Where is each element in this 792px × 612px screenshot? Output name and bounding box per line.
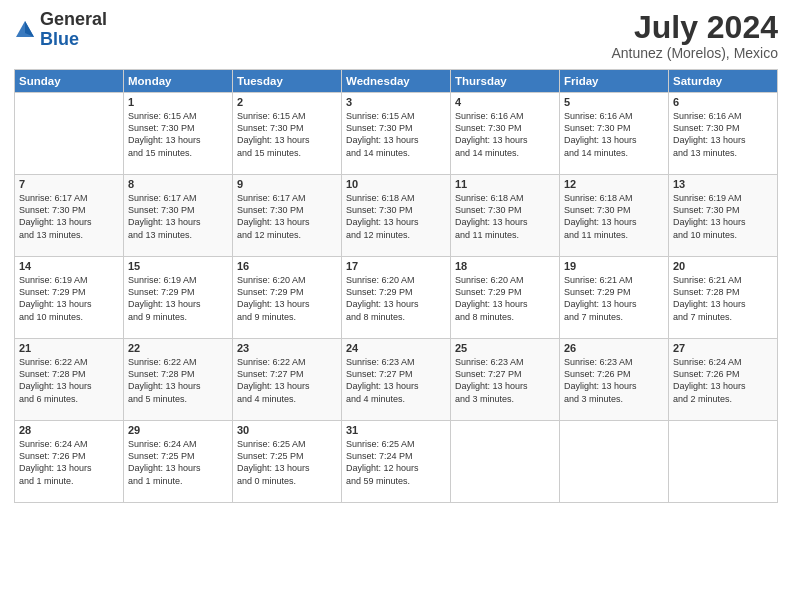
- day-number: 15: [128, 260, 228, 272]
- day-number: 19: [564, 260, 664, 272]
- day-cell: 21Sunrise: 6:22 AM Sunset: 7:28 PM Dayli…: [15, 339, 124, 421]
- calendar-title: July 2024: [611, 10, 778, 45]
- day-info: Sunrise: 6:20 AM Sunset: 7:29 PM Dayligh…: [237, 274, 337, 323]
- day-number: 29: [128, 424, 228, 436]
- day-info: Sunrise: 6:23 AM Sunset: 7:26 PM Dayligh…: [564, 356, 664, 405]
- logo-blue: Blue: [40, 29, 79, 49]
- day-info: Sunrise: 6:19 AM Sunset: 7:30 PM Dayligh…: [673, 192, 773, 241]
- day-number: 7: [19, 178, 119, 190]
- day-info: Sunrise: 6:19 AM Sunset: 7:29 PM Dayligh…: [19, 274, 119, 323]
- day-cell: 10Sunrise: 6:18 AM Sunset: 7:30 PM Dayli…: [342, 175, 451, 257]
- day-cell: 7Sunrise: 6:17 AM Sunset: 7:30 PM Daylig…: [15, 175, 124, 257]
- day-number: 23: [237, 342, 337, 354]
- day-info: Sunrise: 6:22 AM Sunset: 7:28 PM Dayligh…: [128, 356, 228, 405]
- day-number: 22: [128, 342, 228, 354]
- day-number: 4: [455, 96, 555, 108]
- day-cell: [560, 421, 669, 503]
- day-cell: 3Sunrise: 6:15 AM Sunset: 7:30 PM Daylig…: [342, 93, 451, 175]
- col-header-thursday: Thursday: [451, 70, 560, 93]
- day-number: 25: [455, 342, 555, 354]
- day-cell: 27Sunrise: 6:24 AM Sunset: 7:26 PM Dayli…: [669, 339, 778, 421]
- day-cell: 5Sunrise: 6:16 AM Sunset: 7:30 PM Daylig…: [560, 93, 669, 175]
- day-info: Sunrise: 6:15 AM Sunset: 7:30 PM Dayligh…: [346, 110, 446, 159]
- day-info: Sunrise: 6:24 AM Sunset: 7:25 PM Dayligh…: [128, 438, 228, 487]
- day-number: 21: [19, 342, 119, 354]
- logo-general: General: [40, 9, 107, 29]
- day-info: Sunrise: 6:20 AM Sunset: 7:29 PM Dayligh…: [346, 274, 446, 323]
- day-number: 1: [128, 96, 228, 108]
- day-number: 16: [237, 260, 337, 272]
- week-row-3: 14Sunrise: 6:19 AM Sunset: 7:29 PM Dayli…: [15, 257, 778, 339]
- day-cell: 31Sunrise: 6:25 AM Sunset: 7:24 PM Dayli…: [342, 421, 451, 503]
- day-cell: 14Sunrise: 6:19 AM Sunset: 7:29 PM Dayli…: [15, 257, 124, 339]
- day-number: 6: [673, 96, 773, 108]
- day-cell: [15, 93, 124, 175]
- day-cell: 6Sunrise: 6:16 AM Sunset: 7:30 PM Daylig…: [669, 93, 778, 175]
- day-info: Sunrise: 6:25 AM Sunset: 7:25 PM Dayligh…: [237, 438, 337, 487]
- header-row: SundayMondayTuesdayWednesdayThursdayFrid…: [15, 70, 778, 93]
- week-row-5: 28Sunrise: 6:24 AM Sunset: 7:26 PM Dayli…: [15, 421, 778, 503]
- day-info: Sunrise: 6:18 AM Sunset: 7:30 PM Dayligh…: [346, 192, 446, 241]
- col-header-wednesday: Wednesday: [342, 70, 451, 93]
- day-info: Sunrise: 6:18 AM Sunset: 7:30 PM Dayligh…: [564, 192, 664, 241]
- logo: General Blue: [14, 10, 107, 50]
- week-row-1: 1Sunrise: 6:15 AM Sunset: 7:30 PM Daylig…: [15, 93, 778, 175]
- day-cell: 25Sunrise: 6:23 AM Sunset: 7:27 PM Dayli…: [451, 339, 560, 421]
- day-cell: 13Sunrise: 6:19 AM Sunset: 7:30 PM Dayli…: [669, 175, 778, 257]
- day-cell: 2Sunrise: 6:15 AM Sunset: 7:30 PM Daylig…: [233, 93, 342, 175]
- day-info: Sunrise: 6:24 AM Sunset: 7:26 PM Dayligh…: [673, 356, 773, 405]
- day-info: Sunrise: 6:16 AM Sunset: 7:30 PM Dayligh…: [673, 110, 773, 159]
- day-number: 31: [346, 424, 446, 436]
- day-number: 9: [237, 178, 337, 190]
- day-cell: [669, 421, 778, 503]
- day-number: 27: [673, 342, 773, 354]
- day-info: Sunrise: 6:15 AM Sunset: 7:30 PM Dayligh…: [237, 110, 337, 159]
- day-info: Sunrise: 6:16 AM Sunset: 7:30 PM Dayligh…: [455, 110, 555, 159]
- day-info: Sunrise: 6:19 AM Sunset: 7:29 PM Dayligh…: [128, 274, 228, 323]
- day-info: Sunrise: 6:16 AM Sunset: 7:30 PM Dayligh…: [564, 110, 664, 159]
- day-cell: 11Sunrise: 6:18 AM Sunset: 7:30 PM Dayli…: [451, 175, 560, 257]
- day-number: 26: [564, 342, 664, 354]
- week-row-2: 7Sunrise: 6:17 AM Sunset: 7:30 PM Daylig…: [15, 175, 778, 257]
- page: General Blue July 2024 Antunez (Morelos)…: [0, 0, 792, 612]
- day-number: 14: [19, 260, 119, 272]
- day-info: Sunrise: 6:20 AM Sunset: 7:29 PM Dayligh…: [455, 274, 555, 323]
- day-info: Sunrise: 6:24 AM Sunset: 7:26 PM Dayligh…: [19, 438, 119, 487]
- day-number: 11: [455, 178, 555, 190]
- logo-text: General Blue: [40, 10, 107, 50]
- title-block: July 2024 Antunez (Morelos), Mexico: [611, 10, 778, 61]
- day-cell: 15Sunrise: 6:19 AM Sunset: 7:29 PM Dayli…: [124, 257, 233, 339]
- week-row-4: 21Sunrise: 6:22 AM Sunset: 7:28 PM Dayli…: [15, 339, 778, 421]
- day-cell: 12Sunrise: 6:18 AM Sunset: 7:30 PM Dayli…: [560, 175, 669, 257]
- day-cell: 29Sunrise: 6:24 AM Sunset: 7:25 PM Dayli…: [124, 421, 233, 503]
- day-number: 17: [346, 260, 446, 272]
- day-cell: 16Sunrise: 6:20 AM Sunset: 7:29 PM Dayli…: [233, 257, 342, 339]
- day-info: Sunrise: 6:17 AM Sunset: 7:30 PM Dayligh…: [128, 192, 228, 241]
- day-cell: 4Sunrise: 6:16 AM Sunset: 7:30 PM Daylig…: [451, 93, 560, 175]
- day-number: 2: [237, 96, 337, 108]
- day-cell: 8Sunrise: 6:17 AM Sunset: 7:30 PM Daylig…: [124, 175, 233, 257]
- day-cell: 28Sunrise: 6:24 AM Sunset: 7:26 PM Dayli…: [15, 421, 124, 503]
- day-number: 30: [237, 424, 337, 436]
- day-info: Sunrise: 6:17 AM Sunset: 7:30 PM Dayligh…: [237, 192, 337, 241]
- calendar-table: SundayMondayTuesdayWednesdayThursdayFrid…: [14, 69, 778, 503]
- day-cell: 9Sunrise: 6:17 AM Sunset: 7:30 PM Daylig…: [233, 175, 342, 257]
- day-cell: 17Sunrise: 6:20 AM Sunset: 7:29 PM Dayli…: [342, 257, 451, 339]
- day-number: 20: [673, 260, 773, 272]
- day-cell: 18Sunrise: 6:20 AM Sunset: 7:29 PM Dayli…: [451, 257, 560, 339]
- day-number: 13: [673, 178, 773, 190]
- day-info: Sunrise: 6:23 AM Sunset: 7:27 PM Dayligh…: [455, 356, 555, 405]
- day-number: 24: [346, 342, 446, 354]
- day-info: Sunrise: 6:21 AM Sunset: 7:28 PM Dayligh…: [673, 274, 773, 323]
- col-header-monday: Monday: [124, 70, 233, 93]
- day-cell: 30Sunrise: 6:25 AM Sunset: 7:25 PM Dayli…: [233, 421, 342, 503]
- logo-icon: [14, 19, 36, 41]
- day-info: Sunrise: 6:18 AM Sunset: 7:30 PM Dayligh…: [455, 192, 555, 241]
- day-info: Sunrise: 6:25 AM Sunset: 7:24 PM Dayligh…: [346, 438, 446, 487]
- day-number: 10: [346, 178, 446, 190]
- day-cell: 23Sunrise: 6:22 AM Sunset: 7:27 PM Dayli…: [233, 339, 342, 421]
- day-cell: 1Sunrise: 6:15 AM Sunset: 7:30 PM Daylig…: [124, 93, 233, 175]
- col-header-tuesday: Tuesday: [233, 70, 342, 93]
- day-info: Sunrise: 6:22 AM Sunset: 7:27 PM Dayligh…: [237, 356, 337, 405]
- calendar-subtitle: Antunez (Morelos), Mexico: [611, 45, 778, 61]
